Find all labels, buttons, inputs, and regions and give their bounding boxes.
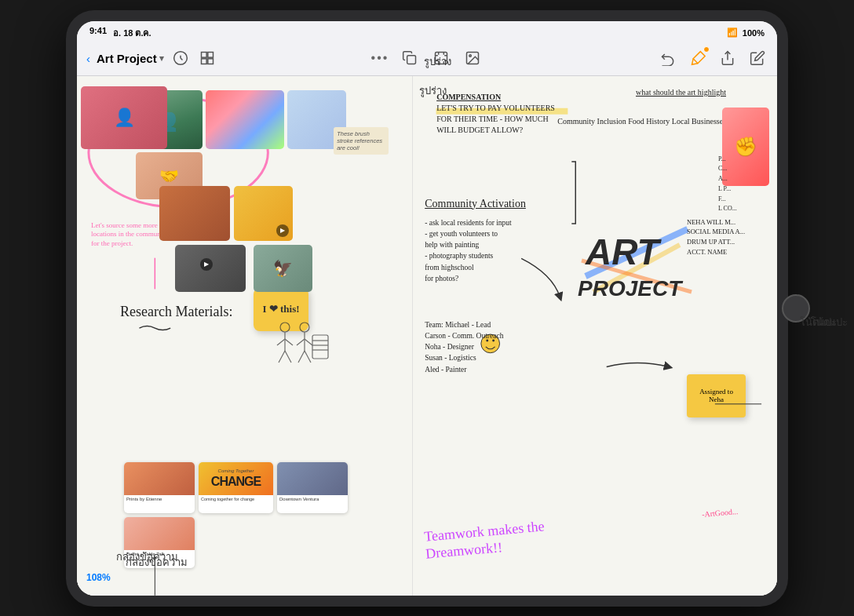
left-panel: 👥 🤝 <box>77 76 413 596</box>
ipad-screen: 9:41 อ. 18 ต.ค. 📶 100% ‹ Art Project ▾ <box>77 21 777 596</box>
assigned-sticky: Assigned to Neha <box>687 374 746 417</box>
community-activation: Community Activation <box>425 198 526 210</box>
svg-line-19 <box>285 351 291 363</box>
label-ruup-outside: รูปร่าง <box>419 82 447 99</box>
svg-rect-8 <box>436 53 447 64</box>
svg-line-25 <box>305 351 311 363</box>
svg-point-10 <box>469 55 472 57</box>
undo-icon[interactable] <box>658 48 678 68</box>
svg-line-16 <box>277 339 285 345</box>
middle-photos: ▶ <box>159 186 293 241</box>
svg-rect-4 <box>208 53 214 58</box>
highlights-list: Community Inclusion Food History Local B… <box>557 115 726 128</box>
dots-menu[interactable]: ••• <box>371 51 389 65</box>
toolbar: ‹ Art Project ▾ <box>77 42 777 76</box>
ipad-frame: 9:41 อ. 18 ต.ค. 📶 100% ‹ Art Project ▾ <box>66 10 788 607</box>
navigation-icon[interactable] <box>170 48 191 68</box>
marker-icon[interactable] <box>688 48 708 68</box>
label-note-outside: โน้ตแปะ <box>811 314 848 330</box>
project-title[interactable]: Art Project ▾ <box>97 52 164 65</box>
home-button[interactable] <box>782 294 810 323</box>
battery: 100% <box>743 28 765 38</box>
label-textbox-outside: กล่องข้อความ <box>116 549 178 565</box>
copy-icon[interactable] <box>400 48 420 68</box>
svg-line-18 <box>279 351 285 363</box>
svg-rect-7 <box>407 56 416 64</box>
brush-note: These brush stroke references are cool! <box>334 127 389 155</box>
play-icon-traffic[interactable]: ▶ <box>200 258 213 271</box>
neha-text: NEHA WILL M...SOCIAL MEDIA A...DRUM UP A… <box>687 217 773 257</box>
svg-rect-5 <box>201 59 206 64</box>
card-change: Coming Together CHANGE Coming together f… <box>199 462 273 513</box>
grid-icon[interactable] <box>197 48 217 68</box>
compensation-text: COMPENSATION LET'S TRY TO PAY VOLUNTEERS… <box>436 92 562 136</box>
svg-line-2 <box>181 58 183 60</box>
time: 9:41 <box>89 26 107 40</box>
bird-photo: 🦅 <box>254 245 312 292</box>
research-materials: Research Materials: <box>120 304 232 320</box>
frame-icon[interactable] <box>431 48 451 68</box>
svg-rect-6 <box>208 59 214 64</box>
photo-pink-overlay: 👤 <box>81 86 167 149</box>
what-should-text: what should the art highlight <box>636 88 769 97</box>
svg-text:ART: ART <box>585 231 662 272</box>
auth-watermark: -ArtGood... <box>701 506 738 518</box>
art-project-area: ART PROJECT <box>578 213 695 308</box>
card-downtown: Downtown Ventura <box>277 462 348 513</box>
wifi-icon: 📶 <box>727 27 738 38</box>
card-prints: Prints by Etienne <box>124 462 195 513</box>
right-panel: COMPENSATION LET'S TRY TO PAY VOLUNTEERS… <box>413 76 777 596</box>
status-bar: 9:41 อ. 18 ต.ค. 📶 100% <box>77 21 777 42</box>
svg-point-20 <box>300 323 309 332</box>
canvas-area[interactable]: 👥 🤝 <box>77 76 777 596</box>
share-icon[interactable] <box>717 48 738 68</box>
photo-grid-top: 👥 🤝 <box>124 90 352 199</box>
svg-point-14 <box>280 323 290 332</box>
svg-line-17 <box>285 339 293 345</box>
image-icon[interactable] <box>462 48 483 68</box>
sketch-illustration <box>269 315 332 378</box>
edit-icon[interactable] <box>747 48 768 68</box>
svg-rect-26 <box>312 335 328 359</box>
svg-line-23 <box>305 339 312 345</box>
svg-line-22 <box>297 339 305 345</box>
zoom-indicator: 108% <box>86 572 111 583</box>
lets-source-text: Let's source some more locations in the … <box>91 221 170 249</box>
svg-line-24 <box>298 351 305 363</box>
community-points: - ask local residents for input - get yo… <box>425 217 582 285</box>
team-text: Team: Michael - Lead Carson - Comm. Outr… <box>425 319 503 375</box>
back-button[interactable]: ‹ <box>86 52 90 65</box>
right-side-list: P...C...A...L P...F...L CO... <box>718 155 773 215</box>
date: อ. 18 ต.ค. <box>113 26 151 40</box>
svg-text:PROJECT: PROJECT <box>578 276 684 301</box>
teamwork-text: Teamwork makes the Dreamwork!! <box>424 516 583 563</box>
photo-mural <box>206 90 284 149</box>
svg-rect-3 <box>201 53 206 58</box>
